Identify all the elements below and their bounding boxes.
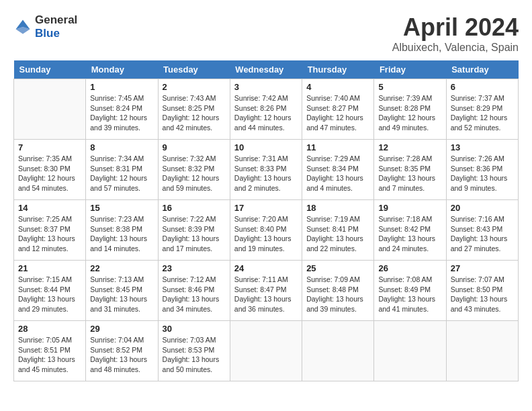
sunset-text: Sunset: 8:24 PM <box>90 104 142 112</box>
calendar-week-row: 1 Sunrise: 7:45 AM Sunset: 8:24 PM Dayli… <box>14 79 519 140</box>
calendar-cell: 27 Sunrise: 7:07 AM Sunset: 8:50 PM Dayl… <box>446 261 518 321</box>
calendar-cell: 15 Sunrise: 7:23 AM Sunset: 8:38 PM Dayl… <box>86 200 158 261</box>
daylight-text: Daylight: 13 hours and 24 minutes. <box>378 234 435 253</box>
daylight-text: Daylight: 13 hours and 48 minutes. <box>90 355 147 373</box>
weekday-header: Sunday <box>14 60 86 79</box>
sunset-text: Sunset: 8:45 PM <box>90 285 142 293</box>
calendar-cell <box>230 321 302 381</box>
day-info: Sunrise: 7:22 AM Sunset: 8:39 PM Dayligh… <box>163 214 226 254</box>
daylight-text: Daylight: 13 hours and 22 minutes. <box>306 234 363 253</box>
weekday-header: Wednesday <box>230 60 302 79</box>
day-number: 18 <box>306 203 369 213</box>
calendar-cell: 26 Sunrise: 7:08 AM Sunset: 8:49 PM Dayl… <box>374 261 446 321</box>
calendar-cell: 17 Sunrise: 7:20 AM Sunset: 8:40 PM Dayl… <box>230 200 302 261</box>
sunrise-text: Sunrise: 7:45 AM <box>90 94 144 102</box>
sunset-text: Sunset: 8:26 PM <box>234 104 287 112</box>
sunset-text: Sunset: 8:39 PM <box>163 225 215 233</box>
sunrise-text: Sunrise: 7:31 AM <box>234 154 288 163</box>
day-number: 25 <box>306 263 369 273</box>
calendar-cell: 19 Sunrise: 7:18 AM Sunset: 8:42 PM Dayl… <box>374 200 446 261</box>
calendar-week-row: 14 Sunrise: 7:25 AM Sunset: 8:37 PM Dayl… <box>14 200 519 261</box>
calendar-cell: 25 Sunrise: 7:09 AM Sunset: 8:48 PM Dayl… <box>302 261 374 321</box>
title-block: April 2024 Albuixech, Valencia, Spain <box>392 13 519 54</box>
calendar-cell: 21 Sunrise: 7:15 AM Sunset: 8:44 PM Dayl… <box>14 261 86 321</box>
day-info: Sunrise: 7:04 AM Sunset: 8:52 PM Dayligh… <box>90 335 153 375</box>
sunrise-text: Sunrise: 7:28 AM <box>378 154 432 163</box>
day-info: Sunrise: 7:03 AM Sunset: 8:53 PM Dayligh… <box>163 335 226 375</box>
day-info: Sunrise: 7:25 AM Sunset: 8:37 PM Dayligh… <box>18 214 81 254</box>
sunset-text: Sunset: 8:42 PM <box>378 225 431 233</box>
day-number: 24 <box>234 263 298 273</box>
calendar-cell: 24 Sunrise: 7:11 AM Sunset: 8:47 PM Dayl… <box>230 261 302 321</box>
day-info: Sunrise: 7:31 AM Sunset: 8:33 PM Dayligh… <box>234 154 298 193</box>
day-info: Sunrise: 7:34 AM Sunset: 8:31 PM Dayligh… <box>90 154 153 193</box>
calendar-cell: 20 Sunrise: 7:16 AM Sunset: 8:43 PM Dayl… <box>446 200 518 261</box>
weekday-header: Thursday <box>302 60 374 79</box>
calendar-cell: 13 Sunrise: 7:26 AM Sunset: 8:36 PM Dayl… <box>446 140 518 200</box>
sunset-text: Sunset: 8:38 PM <box>90 225 142 233</box>
daylight-text: Daylight: 13 hours and 39 minutes. <box>306 295 363 313</box>
calendar-cell: 12 Sunrise: 7:28 AM Sunset: 8:35 PM Dayl… <box>374 140 446 200</box>
sunset-text: Sunset: 8:53 PM <box>163 346 215 354</box>
sunrise-text: Sunrise: 7:12 AM <box>163 275 216 283</box>
day-info: Sunrise: 7:37 AM Sunset: 8:29 PM Dayligh… <box>451 93 514 133</box>
daylight-text: Daylight: 12 hours and 57 minutes. <box>90 174 147 192</box>
day-info: Sunrise: 7:18 AM Sunset: 8:42 PM Dayligh… <box>378 214 441 254</box>
day-number: 21 <box>18 263 81 273</box>
daylight-text: Daylight: 13 hours and 12 minutes. <box>18 234 75 253</box>
sunrise-text: Sunrise: 7:03 AM <box>163 336 216 344</box>
day-number: 11 <box>306 142 369 152</box>
sunrise-text: Sunrise: 7:15 AM <box>18 275 72 283</box>
day-info: Sunrise: 7:40 AM Sunset: 8:27 PM Dayligh… <box>306 93 369 133</box>
day-number: 13 <box>451 142 514 152</box>
daylight-text: Daylight: 13 hours and 4 minutes. <box>306 174 363 192</box>
calendar-cell: 30 Sunrise: 7:03 AM Sunset: 8:53 PM Dayl… <box>158 321 230 381</box>
calendar-week-row: 28 Sunrise: 7:05 AM Sunset: 8:51 PM Dayl… <box>14 321 519 381</box>
sunrise-text: Sunrise: 7:39 AM <box>378 94 432 102</box>
sunrise-text: Sunrise: 7:25 AM <box>18 215 72 223</box>
daylight-text: Daylight: 12 hours and 42 minutes. <box>163 113 220 132</box>
daylight-text: Daylight: 12 hours and 52 minutes. <box>451 113 508 132</box>
day-number: 1 <box>90 82 153 92</box>
day-info: Sunrise: 7:26 AM Sunset: 8:36 PM Dayligh… <box>451 154 514 193</box>
sunrise-text: Sunrise: 7:13 AM <box>90 275 144 283</box>
sunrise-text: Sunrise: 7:09 AM <box>306 275 360 283</box>
calendar-week-row: 21 Sunrise: 7:15 AM Sunset: 8:44 PM Dayl… <box>14 261 519 321</box>
daylight-text: Daylight: 13 hours and 36 minutes. <box>234 295 292 313</box>
daylight-text: Daylight: 12 hours and 39 minutes. <box>90 113 147 132</box>
daylight-text: Daylight: 13 hours and 50 minutes. <box>163 355 220 373</box>
daylight-text: Daylight: 13 hours and 43 minutes. <box>451 295 508 313</box>
day-info: Sunrise: 7:07 AM Sunset: 8:50 PM Dayligh… <box>451 275 514 314</box>
day-number: 5 <box>378 82 441 92</box>
day-number: 22 <box>90 263 153 273</box>
day-number: 30 <box>163 324 226 334</box>
sunset-text: Sunset: 8:40 PM <box>234 225 287 233</box>
calendar-cell: 8 Sunrise: 7:34 AM Sunset: 8:31 PM Dayli… <box>86 140 158 200</box>
sunset-text: Sunset: 8:32 PM <box>163 165 215 173</box>
day-info: Sunrise: 7:43 AM Sunset: 8:25 PM Dayligh… <box>163 93 226 133</box>
sunrise-text: Sunrise: 7:29 AM <box>306 154 360 163</box>
day-number: 15 <box>90 203 153 213</box>
page-header: General Blue April 2024 Albuixech, Valen… <box>13 13 519 54</box>
day-number: 9 <box>163 142 226 152</box>
logo-icon <box>13 17 32 36</box>
day-info: Sunrise: 7:45 AM Sunset: 8:24 PM Dayligh… <box>90 93 153 133</box>
sunrise-text: Sunrise: 7:08 AM <box>378 275 432 283</box>
sunrise-text: Sunrise: 7:22 AM <box>163 215 216 223</box>
sunrise-text: Sunrise: 7:32 AM <box>163 154 216 163</box>
day-number: 4 <box>306 82 369 92</box>
calendar-cell: 1 Sunrise: 7:45 AM Sunset: 8:24 PM Dayli… <box>86 79 158 140</box>
sunrise-text: Sunrise: 7:04 AM <box>90 336 144 344</box>
logo: General Blue <box>13 13 77 40</box>
calendar-cell: 4 Sunrise: 7:40 AM Sunset: 8:27 PM Dayli… <box>302 79 374 140</box>
day-number: 10 <box>234 142 298 152</box>
sunset-text: Sunset: 8:51 PM <box>18 346 71 354</box>
month-title: April 2024 <box>392 13 519 42</box>
calendar-cell: 18 Sunrise: 7:19 AM Sunset: 8:41 PM Dayl… <box>302 200 374 261</box>
daylight-text: Daylight: 12 hours and 59 minutes. <box>163 174 220 192</box>
day-number: 19 <box>378 203 441 213</box>
calendar-week-row: 7 Sunrise: 7:35 AM Sunset: 8:30 PM Dayli… <box>14 140 519 200</box>
daylight-text: Daylight: 12 hours and 44 minutes. <box>234 113 292 132</box>
day-info: Sunrise: 7:32 AM Sunset: 8:32 PM Dayligh… <box>163 154 226 193</box>
calendar-cell: 7 Sunrise: 7:35 AM Sunset: 8:30 PM Dayli… <box>14 140 86 200</box>
